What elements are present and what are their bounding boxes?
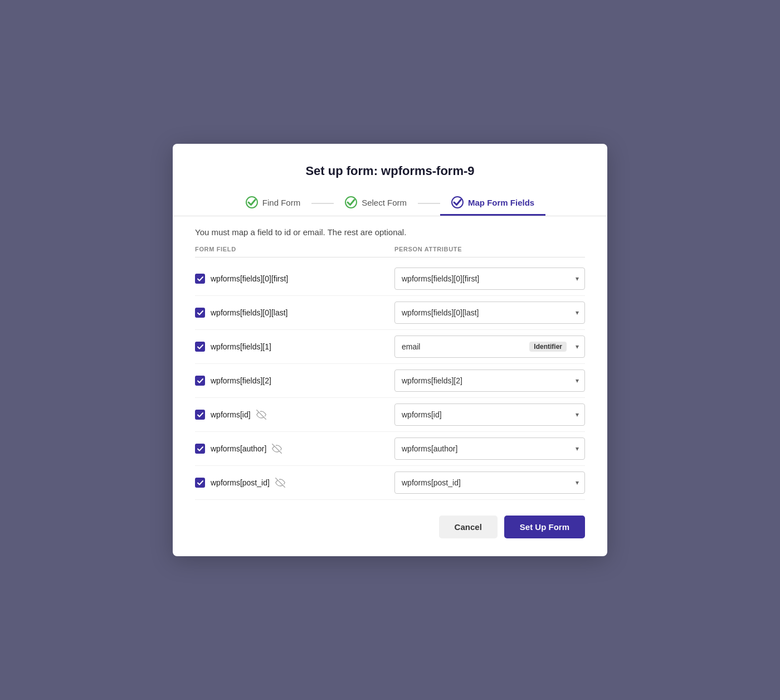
select-value-1: wpforms[fields][0][last] <box>402 308 567 317</box>
step1-check-icon <box>246 196 258 208</box>
step2-label: Select Form <box>362 198 407 207</box>
chevron-down-icon: ▾ <box>576 377 579 385</box>
steps-row: Find Form Select Form Map Form Fields <box>195 191 585 216</box>
table-header: FORM FIELD PERSON ATTRIBUTE <box>195 246 585 257</box>
field-rows: wpforms[fields][0][first] wpforms[fields… <box>195 262 585 500</box>
select-value-3: wpforms[fields][2] <box>402 376 567 385</box>
field-select-0[interactable]: wpforms[fields][0][first] ▾ <box>394 268 585 290</box>
step1-label: Find Form <box>262 198 300 207</box>
select-value-5: wpforms[author] <box>402 444 567 453</box>
chevron-down-icon: ▾ <box>576 275 579 283</box>
chevron-down-icon: ▾ <box>576 479 579 487</box>
step3-check-icon <box>451 196 464 208</box>
field-name-4: wpforms[id] <box>211 410 251 419</box>
chevron-down-icon: ▾ <box>576 309 579 317</box>
step-divider-1 <box>311 203 334 204</box>
table-row: wpforms[author] wpforms[author] ▾ <box>195 432 585 466</box>
table-row: wpforms[fields][2] wpforms[fields][2] ▾ <box>195 364 585 398</box>
field-select-1[interactable]: wpforms[fields][0][last] ▾ <box>394 302 585 324</box>
field-checkbox-1[interactable] <box>195 308 205 318</box>
step-select-form[interactable]: Select Form <box>334 191 418 216</box>
eye-slash-icon-6[interactable] <box>275 478 285 488</box>
table-row: wpforms[fields][0][last] wpforms[fields]… <box>195 296 585 330</box>
table-row: wpforms[id] wpforms[id] ▾ <box>195 398 585 432</box>
modal-footer: Cancel Set Up Form <box>195 516 585 538</box>
modal-title: Set up form: wpforms-form-9 <box>195 164 585 178</box>
field-name-0: wpforms[fields][0][first] <box>211 274 288 283</box>
select-value-4: wpforms[id] <box>402 410 567 419</box>
identifier-badge: Identifier <box>529 342 567 352</box>
col-label-person-attribute: PERSON ATTRIBUTE <box>390 246 585 252</box>
chevron-down-icon: ▾ <box>576 445 579 453</box>
chevron-down-icon: ▾ <box>576 343 579 351</box>
setup-form-modal: Set up form: wpforms-form-9 Find Form Se… <box>173 144 607 556</box>
table-row: wpforms[fields][1] email Identifier ▾ <box>195 330 585 364</box>
field-checkbox-0[interactable] <box>195 274 205 284</box>
field-select-3[interactable]: wpforms[fields][2] ▾ <box>394 370 585 392</box>
select-value-2: email <box>402 342 525 351</box>
field-checkbox-6[interactable] <box>195 478 205 488</box>
setup-form-button[interactable]: Set Up Form <box>504 516 585 538</box>
field-checkbox-5[interactable] <box>195 444 205 454</box>
steps-divider <box>173 216 607 216</box>
cancel-button[interactable]: Cancel <box>439 516 498 538</box>
step2-check-icon <box>345 196 357 208</box>
field-select-2[interactable]: email Identifier ▾ <box>394 336 585 358</box>
eye-slash-icon-4[interactable] <box>256 410 266 420</box>
step3-label: Map Form Fields <box>468 198 534 207</box>
table-row: wpforms[fields][0][first] wpforms[fields… <box>195 262 585 296</box>
select-value-6: wpforms[post_id] <box>402 478 567 487</box>
chevron-down-icon: ▾ <box>576 411 579 419</box>
step-map-fields[interactable]: Map Form Fields <box>440 191 545 216</box>
field-select-4[interactable]: wpforms[id] ▾ <box>394 404 585 426</box>
field-checkbox-4[interactable] <box>195 410 205 420</box>
eye-slash-icon-5[interactable] <box>272 444 282 454</box>
instruction-text: You must map a field to id or email. The… <box>195 227 585 237</box>
field-checkbox-2[interactable] <box>195 342 205 352</box>
field-name-6: wpforms[post_id] <box>211 478 270 487</box>
select-value-0: wpforms[fields][0][first] <box>402 274 567 283</box>
field-checkbox-3[interactable] <box>195 376 205 386</box>
field-name-2: wpforms[fields][1] <box>211 342 271 351</box>
step-divider-2 <box>418 203 440 204</box>
table-row: wpforms[post_id] wpforms[post_id] ▾ <box>195 466 585 500</box>
field-select-5[interactable]: wpforms[author] ▾ <box>394 438 585 460</box>
step-find-form[interactable]: Find Form <box>235 191 311 216</box>
field-select-6[interactable]: wpforms[post_id] ▾ <box>394 471 585 494</box>
field-name-5: wpforms[author] <box>211 444 266 453</box>
col-label-form-field: FORM FIELD <box>195 246 390 252</box>
field-name-3: wpforms[fields][2] <box>211 376 271 385</box>
field-name-1: wpforms[fields][0][last] <box>211 308 288 317</box>
